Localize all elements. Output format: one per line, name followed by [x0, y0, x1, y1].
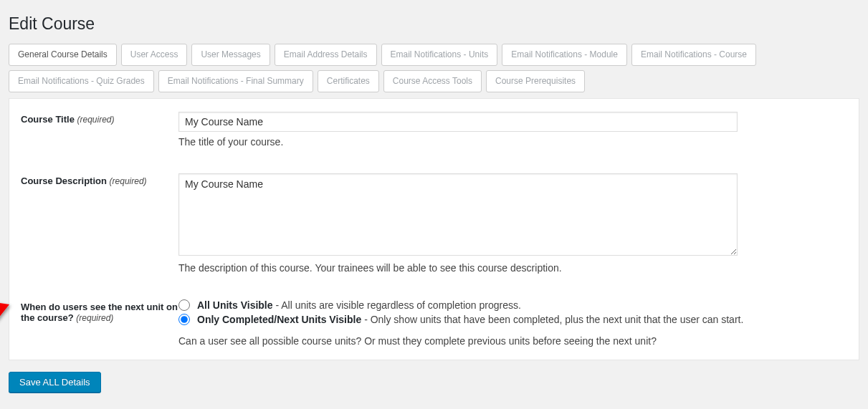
radio-only-completed-label: Only Completed/Next Units Visible - Only…	[197, 314, 743, 325]
course-title-help: The title of your course.	[178, 136, 745, 148]
radio-all-units-label: All Units Visible - All units are visibl…	[197, 299, 521, 311]
page-title: Edit Course	[9, 14, 859, 34]
tab-user-access[interactable]: User Access	[121, 44, 188, 66]
tab-email-notifications-module[interactable]: Email Notifications - Module	[502, 44, 627, 66]
course-title-input[interactable]	[178, 112, 738, 132]
tab-email-notifications-quiz-grades[interactable]: Email Notifications - Quiz Grades	[9, 70, 154, 92]
annotation-arrow-icon	[0, 294, 16, 351]
course-description-help: The description of this course. Your tra…	[178, 262, 745, 274]
row-unit-visibility: When do users see the next unit on the c…	[9, 287, 859, 360]
radio-all-units-input[interactable]	[178, 299, 190, 311]
unit-visibility-label: When do users see the next unit on the c…	[21, 302, 178, 323]
tab-certificates[interactable]: Certificates	[318, 70, 379, 92]
tab-general-course-details[interactable]: General Course Details	[9, 44, 117, 66]
tab-course-access-tools[interactable]: Course Access Tools	[383, 70, 482, 92]
tab-email-notifications-course[interactable]: Email Notifications - Course	[631, 44, 756, 66]
tab-course-prerequisites[interactable]: Course Prerequisites	[486, 70, 585, 92]
course-description-textarea[interactable]: My Course Name	[178, 173, 738, 256]
form-panel: Course Title (required) The title of you…	[9, 98, 859, 360]
unit-visibility-help: Can a user see all possible course units…	[178, 335, 745, 347]
radio-only-completed-input[interactable]	[178, 314, 190, 325]
course-description-label: Course Description (required)	[21, 175, 147, 186]
tabs-row-2: Email Notifications - Quiz Grades Email …	[9, 70, 859, 92]
tab-email-notifications-units[interactable]: Email Notifications - Units	[381, 44, 498, 66]
course-title-label: Course Title (required)	[21, 114, 115, 125]
radio-only-completed-next[interactable]: Only Completed/Next Units Visible - Only…	[178, 314, 745, 325]
save-all-details-button[interactable]: Save ALL Details	[9, 372, 101, 393]
tabs-row-1: General Course Details User Access User …	[9, 44, 859, 66]
tab-email-notifications-final-summary[interactable]: Email Notifications - Final Summary	[158, 70, 313, 92]
row-course-description: Course Description (required) My Course …	[9, 160, 859, 287]
row-course-title: Course Title (required) The title of you…	[9, 99, 859, 160]
radio-all-units-visible[interactable]: All Units Visible - All units are visibl…	[178, 299, 745, 311]
tab-email-address-details[interactable]: Email Address Details	[275, 44, 377, 66]
tab-user-messages[interactable]: User Messages	[191, 44, 270, 66]
